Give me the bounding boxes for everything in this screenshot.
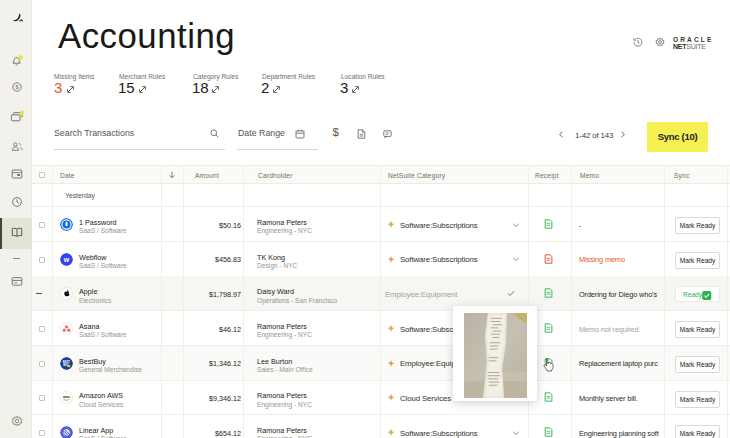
svg-text:$: $: [15, 84, 18, 90]
svg-text:aws: aws: [63, 396, 70, 400]
svg-text:ORACLE: ORACLE: [673, 36, 712, 43]
svg-text:w: w: [63, 256, 70, 263]
svg-text:NETSUITE: NETSUITE: [673, 43, 706, 50]
